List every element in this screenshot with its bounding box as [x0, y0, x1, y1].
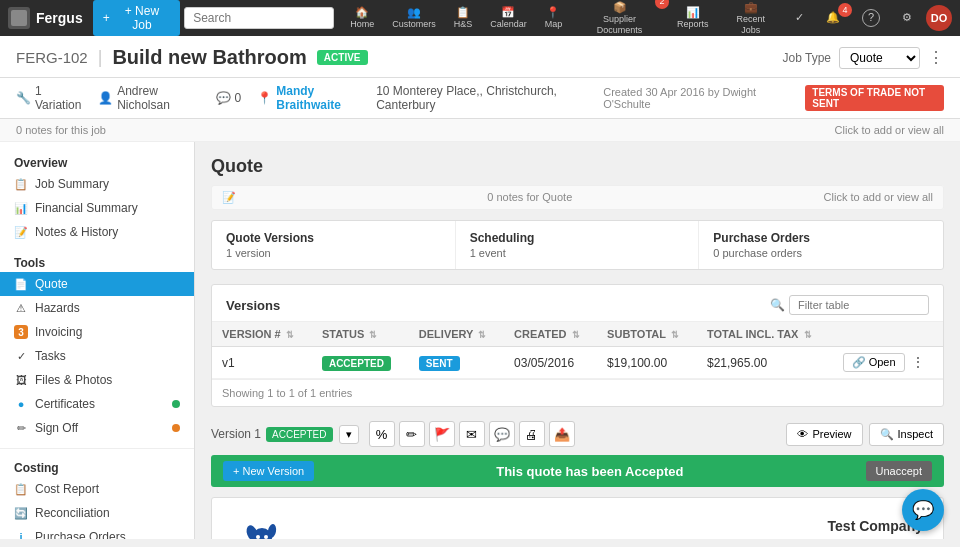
- chat-tool-btn[interactable]: 💬: [489, 421, 515, 447]
- files-photos-icon: 🖼: [14, 373, 28, 387]
- costing-title: Costing: [0, 457, 194, 477]
- qv-versions-count: 1 version: [226, 247, 441, 259]
- map-nav-btn[interactable]: 📍Map: [537, 2, 571, 34]
- unaccept-button[interactable]: Unaccept: [866, 461, 932, 481]
- supplier-nav-btn[interactable]: 📦 2 Supplier Documents: [572, 0, 667, 39]
- sidebar-item-notes-history[interactable]: 📝 Notes & History: [0, 220, 194, 244]
- reports-nav-btn[interactable]: 📊Reports: [669, 2, 717, 34]
- home-nav-btn[interactable]: 🏠Home: [342, 2, 382, 34]
- active-badge: ACTIVE: [317, 50, 368, 65]
- customers-icon: 👥: [407, 6, 421, 19]
- help-icon: ?: [862, 9, 880, 27]
- chat-button[interactable]: 💬: [902, 489, 944, 531]
- new-job-plus-icon: +: [103, 11, 110, 25]
- sort-icon-total: ⇅: [804, 330, 812, 340]
- col-subtotal[interactable]: SUBTOTAL ⇅: [597, 322, 697, 347]
- sidebar-item-files-photos[interactable]: 🖼 Files & Photos: [0, 368, 194, 392]
- top-navigation: Fergus + + New Job 🏠Home 👥Customers 📋H&S…: [0, 0, 960, 36]
- versions-table-wrap: Versions 🔍 VERSION # ⇅ STATUS ⇅ DELIVERY…: [211, 284, 944, 407]
- table-row: v1 ACCEPTED SENT 03/05/2016 $19,100.00 $…: [212, 347, 943, 379]
- edit-tool-btn[interactable]: ✏: [399, 421, 425, 447]
- row-more-icon[interactable]: ⋮: [912, 355, 924, 369]
- sidebar-item-purchase-orders[interactable]: i Purchase Orders: [0, 525, 194, 539]
- qv-versions-label: Quote Versions: [226, 231, 441, 245]
- sidebar-item-job-summary[interactable]: 📋 Job Summary: [0, 172, 194, 196]
- versions-filter-input[interactable]: [789, 295, 929, 315]
- hazards-icon: ⚠: [14, 301, 28, 315]
- sidebar-item-reconciliation[interactable]: 🔄 Reconciliation: [0, 501, 194, 525]
- sidebar-item-invoicing[interactable]: 3 Invoicing: [0, 320, 194, 344]
- sort-icon-created: ⇅: [572, 330, 580, 340]
- inspect-icon: 🔍: [880, 428, 894, 441]
- job-title-area: FERG-102 | Build new Bathroom ACTIVE: [16, 46, 368, 69]
- col-delivery[interactable]: DELIVERY ⇅: [409, 322, 504, 347]
- sidebar-item-certificates[interactable]: ● Certificates: [0, 392, 194, 416]
- inspect-button[interactable]: 🔍 Inspect: [869, 423, 944, 446]
- help-nav-btn[interactable]: ?: [854, 5, 888, 31]
- download-tool-btn[interactable]: 📤: [549, 421, 575, 447]
- sidebar-label-reconciliation: Reconciliation: [35, 506, 110, 520]
- assignee-text: Andrew Nicholsan: [117, 84, 199, 112]
- filter-search-icon: 🔍: [770, 298, 785, 312]
- sidebar-label-purchase-orders: Purchase Orders: [35, 530, 126, 539]
- search-input[interactable]: [184, 7, 334, 29]
- sign-off-dot: [172, 424, 180, 432]
- cost-report-icon: 📋: [14, 482, 28, 496]
- doc-company-info: Test Company 20 Demo Rd Auckland Central…: [682, 518, 923, 539]
- variation-item: 🔧 1 Variation: [16, 84, 82, 112]
- chat-icon: 💬: [912, 499, 934, 521]
- meta-row: 🔧 1 Variation 👤 Andrew Nicholsan 💬 0 📍 M…: [0, 78, 960, 119]
- bell-nav-btn[interactable]: 🔔 4: [818, 7, 848, 28]
- recent-jobs-nav-btn[interactable]: 💼Recent Jobs: [718, 0, 783, 39]
- content-area: Quote 📝 0 notes for Quote Click to add o…: [195, 142, 960, 539]
- version-dropdown-button[interactable]: ▾: [339, 425, 359, 444]
- sidebar-item-sign-off[interactable]: ✏ Sign Off: [0, 416, 194, 440]
- customers-nav-btn[interactable]: 👥Customers: [384, 2, 444, 34]
- sidebar-label-invoicing: Invoicing: [35, 325, 82, 339]
- content-notes-icon: 📝: [222, 191, 236, 204]
- new-version-button[interactable]: + New Version: [223, 461, 314, 481]
- percent-tool-btn[interactable]: %: [369, 421, 395, 447]
- sidebar-item-quote[interactable]: 📄 Quote: [0, 272, 194, 296]
- new-job-label: + New Job: [114, 4, 170, 32]
- sidebar-item-cost-report[interactable]: 📋 Cost Report: [0, 477, 194, 501]
- email-tool-btn[interactable]: ✉: [459, 421, 485, 447]
- settings-nav-btn[interactable]: ⚙: [894, 7, 920, 28]
- col-total[interactable]: TOTAL INCL. TAX ⇅: [697, 322, 833, 347]
- job-type-area: Job Type Quote ⋮: [783, 47, 944, 69]
- job-type-select[interactable]: Quote: [839, 47, 920, 69]
- tasks-icon: ✓: [14, 349, 28, 363]
- avatar[interactable]: DO: [926, 5, 952, 31]
- open-button[interactable]: 🔗 Open: [843, 353, 905, 372]
- person-icon: 👤: [98, 91, 113, 105]
- variation-text: 1 Variation: [35, 84, 82, 112]
- sidebar-item-financial-summary[interactable]: 📊 Financial Summary: [0, 196, 194, 220]
- terms-badge[interactable]: TERMS OF TRADE NOT SENT: [805, 85, 944, 111]
- col-created[interactable]: CREATED ⇅: [504, 322, 597, 347]
- sidebar-item-hazards[interactable]: ⚠ Hazards: [0, 296, 194, 320]
- col-action: [833, 322, 943, 347]
- tools-title: Tools: [0, 252, 194, 272]
- has-icon: 📋: [456, 6, 470, 19]
- gear-icon: ⚙: [902, 11, 912, 24]
- content-notes-click[interactable]: Click to add or view all: [824, 191, 933, 204]
- map-icon: 📍: [546, 6, 560, 19]
- flag-tool-btn[interactable]: 🚩: [429, 421, 455, 447]
- toolbar-right: 👁 Preview 🔍 Inspect: [786, 423, 944, 446]
- calendar-nav-btn[interactable]: 📅Calendar: [482, 2, 535, 34]
- col-version[interactable]: VERSION # ⇅: [212, 322, 312, 347]
- print-tool-btn[interactable]: 🖨: [519, 421, 545, 447]
- svg-rect-0: [11, 10, 27, 26]
- variation-icon: 🔧: [16, 91, 31, 105]
- quote-versions-grid: Quote Versions 1 version Scheduling 1 ev…: [211, 220, 944, 270]
- sidebar-label-files-photos: Files & Photos: [35, 373, 112, 387]
- sidebar-item-tasks[interactable]: ✓ Tasks: [0, 344, 194, 368]
- check-nav-btn[interactable]: ✓: [787, 7, 812, 28]
- preview-button[interactable]: 👁 Preview: [786, 423, 862, 446]
- new-job-button[interactable]: + + New Job: [93, 0, 180, 36]
- has-nav-btn[interactable]: 📋H&S: [446, 2, 481, 34]
- col-status[interactable]: STATUS ⇅: [312, 322, 409, 347]
- notes-click-text[interactable]: Click to add or view all: [835, 124, 944, 136]
- more-icon[interactable]: ⋮: [928, 48, 944, 67]
- location-icon: 📍: [257, 91, 272, 105]
